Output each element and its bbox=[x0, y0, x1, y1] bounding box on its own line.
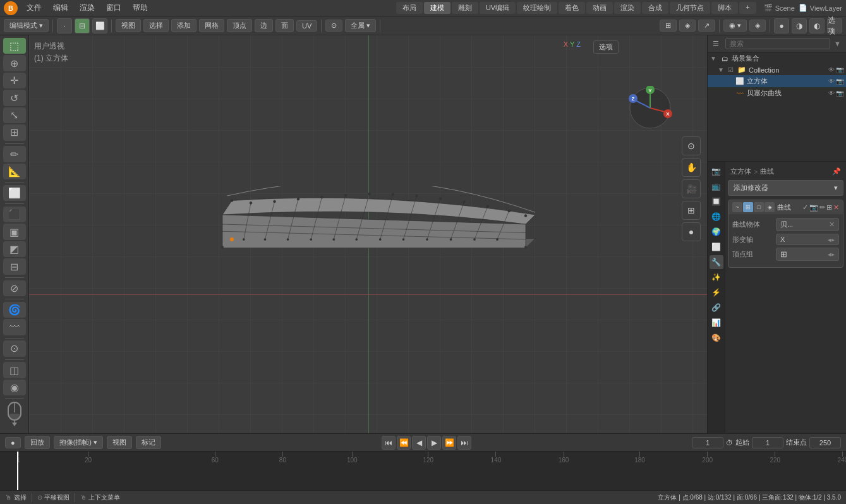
inset-btn[interactable]: ▣ bbox=[3, 224, 26, 239]
render-icon[interactable]: 📷 bbox=[836, 66, 843, 73]
shading-solid-btn[interactable]: ● bbox=[774, 18, 789, 33]
global-selector[interactable]: 全属 ▾ bbox=[345, 19, 376, 32]
edge-menu[interactable]: 边 bbox=[255, 19, 273, 32]
cube-visibility-icon[interactable]: 👁 bbox=[828, 78, 835, 85]
next-frame-btn[interactable]: ⏩ bbox=[442, 436, 456, 450]
vertex-menu[interactable]: 顶点 bbox=[227, 19, 252, 32]
select-tool-btn[interactable]: ⬚ bbox=[3, 38, 26, 54]
scale-tool-btn[interactable]: ⤡ bbox=[3, 107, 26, 123]
object-constraints-tab[interactable]: 🔗 bbox=[710, 301, 723, 315]
transform-tool-btn[interactable]: ⊞ bbox=[3, 124, 26, 140]
prev-frame-btn[interactable]: ◀ bbox=[412, 436, 426, 450]
shear-btn[interactable]: ◫ bbox=[3, 362, 26, 378]
current-frame-input[interactable]: 1 bbox=[692, 437, 723, 448]
workspace-sculpt[interactable]: 雕刻 bbox=[452, 2, 478, 14]
workspace-geometry-nodes[interactable]: 几何节点 bbox=[670, 2, 710, 14]
menu-window[interactable]: 窗口 bbox=[101, 1, 126, 15]
workspace-modeling[interactable]: 建模 bbox=[424, 2, 450, 14]
spin-btn[interactable]: 🌀 bbox=[3, 302, 26, 318]
menu-help[interactable]: 帮助 bbox=[128, 1, 153, 15]
edge-mode-btn[interactable]: ⊟ bbox=[75, 18, 90, 33]
mode-selector[interactable]: 编辑模式 ▾ bbox=[4, 19, 49, 32]
timeline-menu-view[interactable]: 视图 bbox=[107, 436, 132, 449]
world-props-tab[interactable]: 🌍 bbox=[710, 225, 723, 239]
shrink-fatten-btn[interactable]: ⊙ bbox=[3, 340, 26, 356]
physics-tab[interactable]: ⚡ bbox=[710, 285, 723, 299]
particles-tab[interactable]: ✨ bbox=[710, 270, 723, 284]
outliner-scene-collection[interactable]: ▼ 🗂 场景集合 bbox=[708, 52, 846, 64]
menu-render[interactable]: 渲染 bbox=[75, 1, 100, 15]
to-sphere-btn[interactable]: ◉ bbox=[3, 380, 26, 395]
rotate-tool-btn[interactable]: ↺ bbox=[3, 90, 26, 105]
scene-props-tab[interactable]: 🌐 bbox=[710, 210, 723, 224]
prev-keyframe-btn[interactable]: ⏪ bbox=[397, 436, 411, 450]
outliner-cube[interactable]: ⬜ 立方体 👁 📷 bbox=[708, 75, 846, 87]
shading-btn[interactable]: ● bbox=[682, 222, 701, 241]
options-btn[interactable]: 选项 bbox=[827, 18, 842, 33]
view-layer-tab[interactable]: 🔲 bbox=[710, 195, 723, 208]
start-frame-input[interactable]: 1 bbox=[752, 437, 783, 448]
timeline-ruler[interactable]: 1 20 60 80 100 bbox=[0, 452, 846, 490]
timeline-menu-keying[interactable]: 抱像(插帧) ▾ bbox=[54, 436, 103, 449]
output-props-tab[interactable]: 📺 bbox=[710, 179, 723, 193]
add-menu[interactable]: 添加 bbox=[171, 19, 196, 32]
viewlayer-selector[interactable]: 📄 ViewLayer bbox=[799, 4, 842, 12]
outliner-collection[interactable]: ▼ ☑ 📁 Collection 👁 📷 bbox=[708, 64, 846, 75]
select-menu[interactable]: 选择 bbox=[143, 19, 169, 32]
proportional-editing[interactable]: ⊙ bbox=[325, 20, 342, 32]
workspace-layout[interactable]: 布局 bbox=[396, 2, 423, 14]
outliner-filter-btn[interactable]: ▼ bbox=[834, 40, 841, 47]
select-options-btn[interactable]: 选项 bbox=[593, 40, 619, 54]
workspace-shading[interactable]: 着色 bbox=[559, 2, 585, 14]
object-props-tab[interactable]: ⬜ bbox=[710, 240, 723, 254]
outliner-search[interactable] bbox=[725, 38, 830, 49]
object-data-tab[interactable]: 📊 bbox=[710, 316, 723, 330]
workspace-render[interactable]: 渲染 bbox=[614, 2, 641, 14]
workspace-uv[interactable]: UV编辑 bbox=[480, 2, 516, 14]
curve-render-icon[interactable]: 📷 bbox=[836, 90, 843, 97]
mod-type-array[interactable]: ⊞ bbox=[743, 202, 753, 212]
uv-menu[interactable]: UV bbox=[296, 20, 317, 32]
shading-render-btn[interactable]: ◐ bbox=[809, 18, 825, 33]
curve-object-value[interactable]: 贝... ✕ bbox=[776, 218, 839, 231]
material-tab[interactable]: 🎨 bbox=[710, 331, 723, 345]
loop-cut-btn[interactable]: ⊟ bbox=[3, 258, 26, 274]
measure-tool-btn[interactable]: 📐 bbox=[3, 164, 26, 179]
xray-btn[interactable]: ◈ bbox=[749, 20, 766, 32]
workspace-add[interactable]: + bbox=[739, 2, 756, 14]
mod-cage-icon[interactable]: ⊞ bbox=[826, 203, 832, 212]
camera-view-btn[interactable]: 🎥 bbox=[682, 179, 701, 198]
mod-type-bool[interactable]: ◈ bbox=[764, 202, 775, 212]
timeline-menu-playback[interactable]: 回放 bbox=[25, 436, 50, 449]
zoom-fit-btn[interactable]: ⊙ bbox=[682, 136, 701, 155]
workspace-animation[interactable]: 动画 bbox=[586, 2, 613, 14]
mod-edit-icon[interactable]: ✏ bbox=[819, 203, 825, 212]
pan-btn[interactable]: ✋ bbox=[682, 158, 701, 177]
add-modifier-btn[interactable]: 添加修改器 ▾ bbox=[728, 180, 843, 196]
cursor-tool-btn[interactable]: ⊕ bbox=[3, 55, 26, 71]
curve-visibility-icon[interactable]: 👁 bbox=[828, 90, 835, 97]
jump-start-btn[interactable]: ⏮ bbox=[382, 436, 396, 450]
orientation-btn[interactable]: ↗ bbox=[698, 20, 715, 32]
annotate-tool-btn[interactable]: ✏ bbox=[3, 146, 26, 162]
shading-material-btn[interactable]: ◑ bbox=[792, 18, 807, 33]
mod-delete-icon[interactable]: ✕ bbox=[833, 203, 839, 212]
menu-edit[interactable]: 编辑 bbox=[48, 1, 73, 15]
perspective-ortho-btn[interactable]: ⊞ bbox=[682, 201, 701, 220]
vg-right-arrow[interactable]: ▸ bbox=[831, 251, 835, 258]
summary-toggle[interactable]: ● bbox=[5, 437, 21, 448]
vertex-group-value[interactable]: ⊞ ◂ ▸ bbox=[776, 248, 839, 261]
extrude-btn[interactable]: ⬛ bbox=[3, 207, 26, 222]
mod-type-wave[interactable]: ~ bbox=[732, 202, 742, 212]
axis-left-arrow[interactable]: ◂ bbox=[828, 236, 831, 243]
view-menu[interactable]: 视图 bbox=[116, 19, 141, 32]
knife-btn[interactable]: ⊘ bbox=[3, 280, 26, 296]
mesh-menu[interactable]: 网格 bbox=[199, 19, 224, 32]
viewport-gizmo[interactable]: Y X Z bbox=[628, 86, 672, 130]
move-tool-btn[interactable]: ✛ bbox=[3, 73, 26, 88]
visibility-icon[interactable]: 👁 bbox=[828, 66, 835, 73]
workspace-texture-paint[interactable]: 纹理绘制 bbox=[517, 2, 557, 14]
transform-pivot[interactable]: ◈ bbox=[679, 20, 696, 32]
modifier-props-tab[interactable]: 🔧 bbox=[710, 255, 723, 269]
menu-file[interactable]: 文件 bbox=[21, 1, 47, 15]
